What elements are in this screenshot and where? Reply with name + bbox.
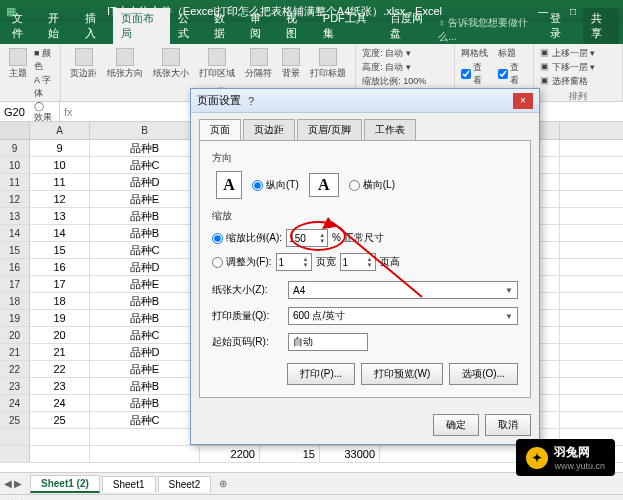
print-titles-button[interactable]: 打印标题 bbox=[307, 47, 349, 81]
cell[interactable] bbox=[30, 446, 90, 462]
cell[interactable]: 19 bbox=[30, 310, 90, 326]
dialog-tab-header[interactable]: 页眉/页脚 bbox=[297, 119, 362, 140]
cell[interactable]: 15 bbox=[30, 242, 90, 258]
headings-view-check[interactable] bbox=[498, 69, 508, 79]
bring-forward-button[interactable]: ▣ 上移一层 ▾ bbox=[540, 47, 616, 60]
row-header[interactable]: 10 bbox=[0, 157, 30, 173]
portrait-radio[interactable]: 纵向(T) bbox=[252, 178, 299, 192]
cell[interactable]: 22 bbox=[30, 361, 90, 377]
sheet-tab[interactable]: Sheet2 bbox=[158, 476, 212, 492]
cell[interactable] bbox=[90, 429, 200, 445]
cell[interactable]: 10 bbox=[30, 157, 90, 173]
cell[interactable]: 15 bbox=[260, 446, 320, 462]
sheet-tab[interactable]: Sheet1 bbox=[102, 476, 156, 492]
row-header[interactable]: 21 bbox=[0, 344, 30, 360]
tab-pdf[interactable]: PDF工具集 bbox=[315, 8, 382, 44]
share-button[interactable]: 共享 bbox=[583, 8, 619, 44]
background-button[interactable]: 背景 bbox=[279, 47, 303, 81]
tab-baidu[interactable]: 百度网盘 bbox=[382, 8, 439, 44]
cell[interactable]: 品种D bbox=[90, 174, 200, 190]
tell-me[interactable]: ♀ 告诉我您想要做什么... bbox=[438, 16, 542, 44]
row-header[interactable]: 20 bbox=[0, 327, 30, 343]
dialog-tab-margins[interactable]: 页边距 bbox=[243, 119, 295, 140]
dialog-titlebar[interactable]: 页面设置 ? × bbox=[191, 89, 539, 113]
cell[interactable]: 2200 bbox=[200, 446, 260, 462]
landscape-radio[interactable]: 横向(L) bbox=[349, 178, 395, 192]
sheet-nav-prev[interactable]: ◀ bbox=[4, 478, 12, 489]
tab-home[interactable]: 开始 bbox=[40, 8, 76, 44]
name-box[interactable]: G20 bbox=[0, 102, 60, 121]
row-header[interactable]: 16 bbox=[0, 259, 30, 275]
dialog-close-button[interactable]: × bbox=[513, 93, 533, 109]
cell[interactable]: 23 bbox=[30, 378, 90, 394]
col-header[interactable]: B bbox=[90, 122, 200, 139]
cell[interactable]: 12 bbox=[30, 191, 90, 207]
first-page-input[interactable]: 自动 bbox=[288, 333, 368, 351]
fonts-button[interactable]: A 字体 bbox=[34, 74, 54, 100]
select-all-corner[interactable] bbox=[0, 122, 30, 139]
cell[interactable] bbox=[30, 429, 90, 445]
cell[interactable]: 品种D bbox=[90, 344, 200, 360]
margins-button[interactable]: 页边距 bbox=[67, 47, 100, 81]
gridlines-view-check[interactable] bbox=[461, 69, 471, 79]
fit-width-input[interactable]: 1▲▼ bbox=[276, 253, 312, 271]
sheet-nav-next[interactable]: ▶ bbox=[14, 478, 22, 489]
scale-value-input[interactable]: 150▲▼ bbox=[286, 229, 328, 247]
cell[interactable]: 品种B bbox=[90, 378, 200, 394]
cell[interactable]: 17 bbox=[30, 276, 90, 292]
row-header[interactable]: 19 bbox=[0, 310, 30, 326]
row-header[interactable]: 17 bbox=[0, 276, 30, 292]
cell[interactable]: 20 bbox=[30, 327, 90, 343]
cell[interactable]: 14 bbox=[30, 225, 90, 241]
cell[interactable] bbox=[90, 446, 200, 462]
cell[interactable]: 21 bbox=[30, 344, 90, 360]
cell[interactable]: 品种C bbox=[90, 157, 200, 173]
cell[interactable]: 18 bbox=[30, 293, 90, 309]
cell[interactable]: 品种B bbox=[90, 208, 200, 224]
row-header[interactable]: 14 bbox=[0, 225, 30, 241]
new-sheet-button[interactable]: ⊕ bbox=[213, 476, 233, 491]
row-header[interactable]: 24 bbox=[0, 395, 30, 411]
fx-button[interactable]: fx bbox=[64, 106, 73, 118]
tab-page-layout[interactable]: 页面布局 bbox=[113, 8, 170, 44]
dialog-tab-sheet[interactable]: 工作表 bbox=[364, 119, 416, 140]
cancel-button[interactable]: 取消 bbox=[485, 414, 531, 436]
row-header[interactable]: 22 bbox=[0, 361, 30, 377]
row-header[interactable]: 9 bbox=[0, 140, 30, 156]
cell[interactable]: 品种C bbox=[90, 412, 200, 428]
sheet-tab[interactable]: Sheet1 (2) bbox=[30, 475, 100, 493]
cell[interactable]: 品种B bbox=[90, 310, 200, 326]
cell[interactable]: 品种B bbox=[90, 225, 200, 241]
breaks-button[interactable]: 分隔符 bbox=[242, 47, 275, 81]
selection-pane-button[interactable]: ▣ 选择窗格 bbox=[540, 75, 616, 88]
fit-height-input[interactable]: 1▲▼ bbox=[340, 253, 376, 271]
row-header[interactable]: 18 bbox=[0, 293, 30, 309]
row-header[interactable] bbox=[0, 446, 30, 462]
colors-button[interactable]: ■ 颜色 bbox=[34, 47, 54, 73]
options-button[interactable]: 选项(O)... bbox=[449, 363, 518, 385]
tab-file[interactable]: 文件 bbox=[4, 8, 40, 44]
tab-data[interactable]: 数据 bbox=[206, 8, 242, 44]
cell[interactable]: 11 bbox=[30, 174, 90, 190]
cell[interactable]: 品种B bbox=[90, 293, 200, 309]
cell[interactable]: 品种B bbox=[90, 140, 200, 156]
themes-button[interactable]: 主题 bbox=[6, 47, 30, 81]
row-header[interactable]: 25 bbox=[0, 412, 30, 428]
paper-size-combo[interactable]: A4▼ bbox=[288, 281, 518, 299]
login-button[interactable]: 登录 bbox=[542, 8, 578, 44]
cell[interactable]: 33000 bbox=[320, 446, 380, 462]
tab-view[interactable]: 视图 bbox=[278, 8, 314, 44]
print-button[interactable]: 打印(P)... bbox=[287, 363, 355, 385]
cell[interactable]: 品种D bbox=[90, 259, 200, 275]
cell[interactable]: 品种E bbox=[90, 191, 200, 207]
print-area-button[interactable]: 打印区域 bbox=[196, 47, 238, 81]
row-header[interactable]: 15 bbox=[0, 242, 30, 258]
row-header[interactable]: 13 bbox=[0, 208, 30, 224]
row-header[interactable] bbox=[0, 429, 30, 445]
print-quality-combo[interactable]: 600 点/英寸▼ bbox=[288, 307, 518, 325]
print-preview-button[interactable]: 打印预览(W) bbox=[361, 363, 443, 385]
cell[interactable]: 13 bbox=[30, 208, 90, 224]
cell[interactable]: 品种B bbox=[90, 395, 200, 411]
fit-to-radio[interactable]: 调整为(F): bbox=[212, 255, 272, 269]
cell[interactable]: 品种E bbox=[90, 276, 200, 292]
